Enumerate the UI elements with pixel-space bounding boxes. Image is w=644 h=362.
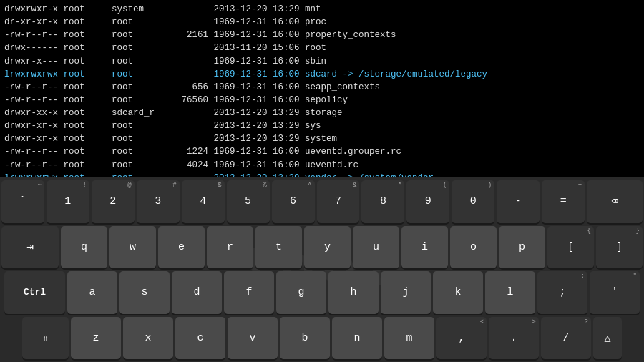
key-z[interactable]: z	[71, 317, 121, 360]
key-w[interactable]: w	[109, 226, 156, 269]
key-j[interactable]: j	[381, 271, 431, 314]
keyboard-row-asdf: Ctrlasdfghjkl:;"'	[1, 271, 643, 314]
key-3[interactable]: #3	[137, 180, 180, 223]
key-o[interactable]: o	[450, 226, 497, 269]
key-a[interactable]: a	[67, 271, 117, 314]
key-6[interactable]: ^6	[272, 180, 315, 223]
key-s[interactable]: s	[119, 271, 170, 314]
key-b[interactable]: b	[280, 317, 330, 360]
key-bracket-left[interactable]: {[	[547, 226, 594, 269]
key-k[interactable]: k	[433, 271, 483, 314]
keyboard: Toot ~`!1@2#3$4%5^6&7*8(9)0_-+=⌫ ⇥qwerty…	[0, 177, 644, 362]
key-period[interactable]: >.	[489, 317, 539, 360]
keyboard-row-numbers: ~`!1@2#3$4%5^6&7*8(9)0_-+=⌫	[1, 180, 643, 223]
key-q[interactable]: q	[61, 226, 107, 269]
key-2[interactable]: @2	[92, 180, 135, 223]
terminal-output: drwxrwxr-x root system 2013-12-20 13:29 …	[0, 0, 644, 177]
key-t[interactable]: t	[255, 226, 302, 269]
key-semicolon[interactable]: :;	[537, 271, 587, 314]
key-c[interactable]: c	[175, 317, 225, 360]
key-e[interactable]: e	[158, 226, 205, 269]
key-9[interactable]: (9	[406, 180, 449, 223]
key-r[interactable]: r	[207, 226, 253, 269]
key-i[interactable]: i	[401, 226, 448, 269]
key-bracket-right[interactable]: }]	[596, 226, 643, 269]
key-4[interactable]: $4	[182, 180, 225, 223]
key-v[interactable]: v	[228, 317, 278, 360]
key-shift-right[interactable]: △	[593, 317, 622, 360]
key-l[interactable]: l	[485, 271, 535, 314]
key-slash[interactable]: ?/	[541, 317, 591, 360]
key-h[interactable]: h	[328, 271, 379, 314]
key-p[interactable]: p	[499, 226, 545, 269]
key-m[interactable]: m	[384, 317, 434, 360]
key-ctrl[interactable]: Ctrl	[4, 271, 65, 314]
key-minus[interactable]: _-	[497, 180, 540, 223]
key-y[interactable]: y	[304, 226, 351, 269]
key-comma[interactable]: <,	[436, 317, 487, 360]
key-equals[interactable]: +=	[542, 180, 585, 223]
keyboard-row-qwerty: ⇥qwertyuiop{[}]	[1, 226, 643, 269]
keyboard-row-zxcv: ⇧zxcvbnm<,>.?/△	[1, 317, 643, 360]
key-tab[interactable]: ⇥	[1, 226, 59, 269]
key-g[interactable]: g	[276, 271, 326, 314]
key-x[interactable]: x	[123, 317, 173, 360]
key-n[interactable]: n	[332, 317, 382, 360]
key-0[interactable]: )0	[452, 180, 494, 223]
key-1[interactable]: !1	[47, 180, 89, 223]
key-f[interactable]: f	[224, 271, 274, 314]
key-d[interactable]: d	[172, 271, 222, 314]
key-quote[interactable]: "'	[590, 271, 640, 314]
key-shift-left[interactable]: ⇧	[22, 317, 69, 360]
key-8[interactable]: *8	[361, 180, 404, 223]
key-u[interactable]: u	[353, 226, 399, 269]
key-backspace[interactable]: ⌫	[587, 180, 643, 223]
key-5[interactable]: %5	[227, 180, 270, 223]
key-backtick[interactable]: ~`	[1, 180, 44, 223]
key-7[interactable]: &7	[317, 180, 360, 223]
